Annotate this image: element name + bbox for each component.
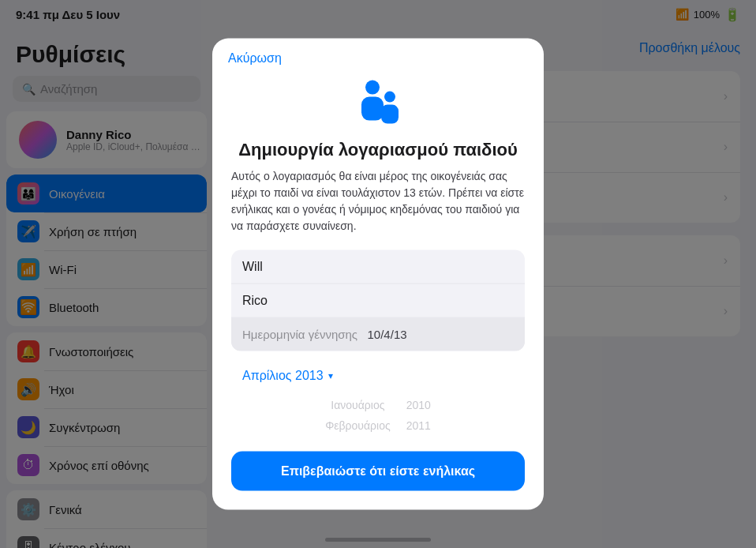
first-name-value: Will	[242, 260, 263, 273]
cancel-button[interactable]: Ακύρωση	[228, 51, 282, 66]
family-illustration-icon	[231, 75, 525, 130]
month-picker-col: Ιανουάριος Φεβρουάριος	[325, 396, 391, 435]
svg-point-2	[384, 92, 395, 103]
modal-description: Αυτός ο λογαριασμός θα είναι μέρος της ο…	[231, 168, 525, 235]
date-scroll-picker[interactable]: Ιανουάριος Φεβρουάριος 2010 2011	[231, 391, 525, 441]
confirm-adult-button[interactable]: Επιβεβαιώστε ότι είστε ενήλικας	[231, 451, 525, 490]
last-name-value: Rico	[242, 294, 268, 307]
modal-header: Ακύρωση	[212, 39, 544, 66]
svg-rect-3	[381, 105, 399, 124]
home-indicator	[325, 538, 431, 542]
first-name-field[interactable]: Will	[231, 250, 525, 284]
modal-body: Δημιουργία λογαριασμού παιδιού Αυτός ο λ…	[212, 66, 544, 510]
birthdate-label: Ημερομηνία γέννησης	[242, 328, 357, 341]
chevron-down-icon: ▾	[328, 370, 333, 381]
svg-point-0	[365, 81, 380, 95]
birthdate-value: 10/4/13	[368, 328, 407, 341]
year-picker-col: 2010 2011	[406, 396, 431, 435]
name-fields: Will Rico Ημερομηνία γέννησης 10/4/13	[231, 250, 525, 351]
month-label: Απρίλιος 2013	[242, 369, 324, 383]
last-name-field[interactable]: Rico	[231, 284, 525, 318]
create-child-account-modal: Ακύρωση Δημιουργία λογαριασμού παιδιού Α…	[212, 39, 544, 510]
month-dropdown[interactable]: Απρίλιος 2013 ▾	[231, 361, 525, 391]
month-year-selector: Απρίλιος 2013 ▾	[231, 361, 525, 391]
svg-rect-1	[361, 97, 384, 121]
birthdate-field[interactable]: Ημερομηνία γέννησης 10/4/13	[231, 318, 525, 351]
modal-title: Δημιουργία λογαριασμού παιδιού	[231, 140, 525, 160]
